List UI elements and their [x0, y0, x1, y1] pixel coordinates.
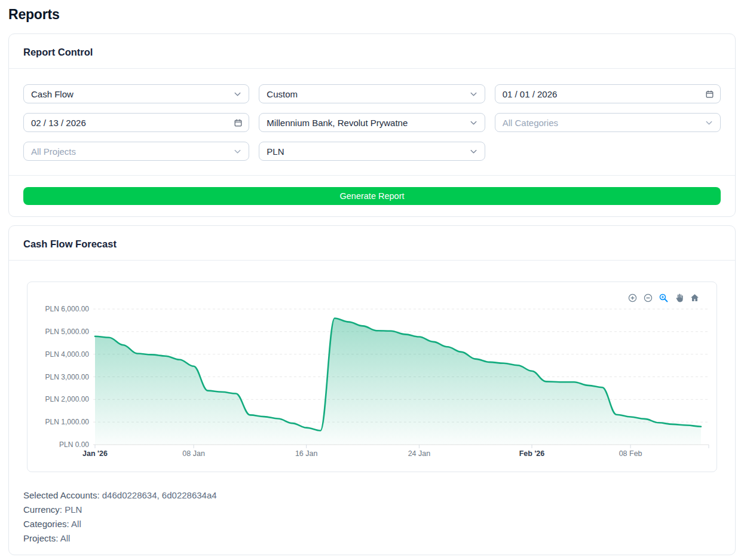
- chart-panel: PLN 0.00PLN 1,000.00PLN 2,000.00PLN 3,00…: [27, 281, 717, 472]
- accounts-select[interactable]: Millennium Bank, Revolut Prywatne: [259, 113, 485, 132]
- report-control-card: Report Control Cash Flow Custom 01 / 01 …: [8, 33, 736, 217]
- reports-page: Reports Report Control Cash Flow Custom …: [0, 0, 744, 555]
- report-control-title: Report Control: [23, 47, 721, 58]
- svg-text:08 Jan: 08 Jan: [182, 449, 205, 458]
- zoom-out-icon[interactable]: [643, 293, 653, 303]
- pan-hand-icon[interactable]: [674, 293, 684, 303]
- summary-label: Currency:: [23, 504, 62, 515]
- svg-text:PLN 5,000.00: PLN 5,000.00: [45, 328, 90, 336]
- svg-text:PLN 3,000.00: PLN 3,000.00: [45, 373, 90, 381]
- summary-value: PLN: [65, 504, 82, 515]
- svg-text:PLN 1,000.00: PLN 1,000.00: [45, 418, 90, 426]
- svg-text:Feb '26: Feb '26: [519, 449, 545, 458]
- empty-grid-cell: [495, 142, 721, 161]
- svg-text:24 Jan: 24 Jan: [408, 449, 431, 458]
- summary-value: d46d0228634, 6d0228634a4: [102, 490, 217, 500]
- summary-categories: Categories: All: [23, 517, 721, 531]
- report-type-value: Cash Flow: [31, 89, 74, 99]
- end-date-input[interactable]: 02 / 13 / 2026: [23, 113, 249, 132]
- summary-label: Projects:: [23, 533, 58, 543]
- calendar-icon[interactable]: [705, 90, 714, 99]
- svg-text:PLN 6,000.00: PLN 6,000.00: [45, 305, 90, 313]
- chevron-down-icon: [704, 118, 714, 128]
- chart-toolbar: [627, 293, 700, 303]
- selection-zoom-icon[interactable]: [659, 293, 669, 303]
- currency-value: PLN: [267, 146, 284, 157]
- report-control-header: Report Control: [9, 34, 735, 69]
- cash-flow-forecast-card: Cash Flow Forecast: [8, 225, 736, 555]
- forecast-header: Cash Flow Forecast: [9, 226, 735, 261]
- zoom-in-icon[interactable]: [627, 293, 638, 303]
- forecast-title: Cash Flow Forecast: [23, 238, 721, 250]
- summary-currency: Currency: PLN: [23, 503, 721, 517]
- start-date-input[interactable]: 01 / 01 / 2026: [495, 84, 721, 103]
- svg-text:16 Jan: 16 Jan: [295, 449, 318, 458]
- summary-selected-accounts: Selected Accounts: d46d0228634, 6d022863…: [23, 488, 721, 503]
- svg-text:08 Feb: 08 Feb: [619, 449, 642, 458]
- accounts-value: Millennium Bank, Revolut Prywatne: [267, 118, 408, 128]
- period-select[interactable]: Custom: [259, 84, 485, 103]
- calendar-icon[interactable]: [234, 118, 243, 127]
- report-control-form: Cash Flow Custom 01 / 01 / 2026 02 / 13 …: [9, 69, 735, 175]
- categories-placeholder: All Categories: [503, 118, 558, 128]
- forecast-summary: Selected Accounts: d46d0228634, 6d022863…: [23, 488, 721, 546]
- chevron-down-icon: [469, 89, 479, 99]
- summary-label: Categories:: [23, 519, 69, 529]
- forecast-body: PLN 0.00PLN 1,000.00PLN 2,000.00PLN 3,00…: [9, 281, 735, 555]
- start-date-value: 01 / 01 / 2026: [503, 89, 558, 99]
- report-type-select[interactable]: Cash Flow: [23, 84, 249, 103]
- projects-select[interactable]: All Projects: [23, 142, 249, 161]
- summary-value: All: [60, 533, 71, 543]
- page-title: Reports: [8, 6, 736, 23]
- summary-projects: Projects: All: [23, 531, 721, 546]
- chevron-down-icon: [232, 89, 243, 99]
- generate-report-button[interactable]: Generate Report: [23, 187, 721, 205]
- cash-flow-area-chart[interactable]: PLN 0.00PLN 1,000.00PLN 2,000.00PLN 3,00…: [27, 282, 717, 472]
- end-date-value: 02 / 13 / 2026: [31, 118, 86, 128]
- summary-label: Selected Accounts:: [23, 490, 100, 500]
- currency-select[interactable]: PLN: [259, 142, 485, 161]
- summary-value: All: [71, 519, 81, 529]
- svg-text:PLN 2,000.00: PLN 2,000.00: [45, 395, 90, 403]
- svg-text:Jan '26: Jan '26: [82, 449, 108, 458]
- chevron-down-icon: [232, 146, 243, 157]
- chevron-down-icon: [469, 118, 479, 128]
- svg-text:PLN 0.00: PLN 0.00: [59, 440, 89, 449]
- categories-select[interactable]: All Categories: [495, 113, 721, 132]
- projects-placeholder: All Projects: [31, 146, 76, 157]
- chevron-down-icon: [469, 146, 479, 157]
- report-control-footer: Generate Report: [9, 175, 735, 216]
- period-value: Custom: [267, 89, 298, 99]
- home-reset-icon[interactable]: [690, 293, 700, 303]
- svg-text:PLN 4,000.00: PLN 4,000.00: [45, 350, 90, 359]
